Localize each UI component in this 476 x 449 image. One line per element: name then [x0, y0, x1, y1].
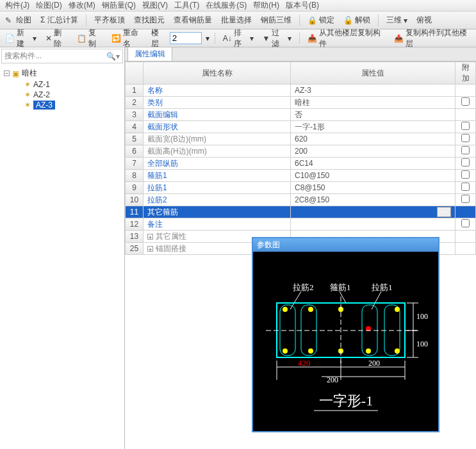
add-checkbox[interactable]: [461, 170, 470, 179]
sum-button[interactable]: Σ 汇总计算: [38, 13, 81, 27]
new-button[interactable]: 📄新建 ▾: [3, 26, 39, 51]
property-add[interactable]: [455, 206, 476, 218]
table-row[interactable]: 8箍筋1C10@150: [126, 170, 476, 182]
property-add[interactable]: [455, 194, 476, 206]
property-add[interactable]: [455, 182, 476, 194]
property-add[interactable]: [455, 133, 476, 145]
property-name: 类别: [144, 97, 291, 109]
sort-button[interactable]: A↓排序 ▾: [220, 26, 256, 51]
table-row[interactable]: 4截面形状一字-1形: [126, 121, 476, 133]
menu-item[interactable]: 在线服务(S): [203, 0, 249, 11]
copy-button[interactable]: 📋复制: [74, 26, 105, 51]
property-value[interactable]: [291, 218, 455, 231]
svg-point-16: [283, 348, 288, 354]
property-add[interactable]: [455, 170, 476, 182]
table-row[interactable]: 11其它箍筋⋯: [126, 206, 476, 218]
property-add[interactable]: [455, 218, 476, 231]
property-add[interactable]: [455, 109, 476, 121]
property-add[interactable]: [455, 85, 476, 97]
property-value[interactable]: ⋯: [291, 206, 455, 218]
property-value[interactable]: 暗柱: [291, 97, 455, 109]
lock-button[interactable]: 🔒锁定: [305, 13, 337, 27]
table-row[interactable]: 10拉筋22C8@150: [126, 194, 476, 206]
add-checkbox[interactable]: [461, 134, 470, 142]
expand-icon[interactable]: +: [147, 246, 153, 252]
property-name: 拉筋2: [144, 194, 291, 206]
menu-item[interactable]: 修改(M): [66, 0, 98, 11]
property-value[interactable]: AZ-3: [291, 85, 455, 97]
add-checkbox[interactable]: [461, 183, 470, 191]
menu-item[interactable]: 视图(V): [140, 0, 170, 11]
copy-from-floor-button[interactable]: 📥从其他楼层复制构件: [305, 26, 387, 51]
add-checkbox[interactable]: [461, 219, 470, 227]
add-checkbox[interactable]: [461, 195, 470, 203]
property-value[interactable]: 200: [291, 145, 455, 158]
rebar-3d-button[interactable]: 钢筋三维: [258, 13, 294, 27]
add-checkbox[interactable]: [461, 146, 470, 154]
property-add[interactable]: [455, 145, 476, 158]
svg-point-11: [283, 307, 288, 312]
unlock-button[interactable]: 🔓解锁: [341, 13, 373, 27]
top-view-button[interactable]: 俯视: [414, 13, 434, 27]
svg-line-3: [290, 291, 301, 309]
search-input[interactable]: 搜索构件... 🔍▾: [1, 49, 123, 63]
property-name: 全部纵筋: [144, 158, 291, 170]
table-row[interactable]: 12备注: [126, 218, 476, 231]
batch-select-button[interactable]: 批量选择: [218, 13, 254, 27]
right-panel: 属性编辑 属性名称 属性值 附加 1名称AZ-32类别暗柱3截面编辑否4截面形状…: [125, 47, 476, 449]
property-add[interactable]: [455, 243, 476, 255]
tree-item[interactable]: ✶AZ-2: [23, 90, 122, 100]
table-row[interactable]: 2类别暗柱: [126, 97, 476, 109]
filter-button[interactable]: ▼过滤 ▾: [260, 26, 295, 51]
find-element-button[interactable]: 查找图元: [131, 13, 167, 27]
tab-property-edit[interactable]: 属性编辑: [127, 47, 172, 61]
menu-item[interactable]: 钢筋量(Q): [99, 0, 138, 11]
ellipsis-button[interactable]: ⋯: [437, 207, 451, 217]
draw-button[interactable]: ✎绘图: [3, 13, 34, 27]
menu-item[interactable]: 构件(J): [3, 0, 32, 11]
property-value[interactable]: C10@150: [291, 170, 455, 182]
property-value[interactable]: 6C14: [291, 158, 455, 170]
delete-button[interactable]: ✕删除: [43, 26, 70, 51]
diagram-window[interactable]: 参数图 拉筋2 箍筋1 拉筋1: [252, 237, 439, 432]
expand-icon[interactable]: +: [147, 234, 153, 240]
menu-item[interactable]: 版本号(B): [283, 0, 322, 11]
align-top-button[interactable]: 平齐板顶: [92, 13, 127, 27]
property-name: 截面形状: [144, 121, 291, 133]
property-add[interactable]: [455, 97, 476, 109]
view-3d-button[interactable]: 三维 ▾: [384, 13, 410, 27]
property-value[interactable]: 一字-1形: [291, 121, 455, 133]
view-rebar-button[interactable]: 查看钢筋量: [171, 13, 215, 27]
property-value[interactable]: C8@150: [291, 182, 455, 194]
tree-root[interactable]: − ▣ 暗柱: [3, 67, 122, 79]
add-checkbox[interactable]: [461, 122, 470, 130]
collapse-icon[interactable]: −: [4, 70, 10, 76]
table-row[interactable]: 6截面高(H边)(mm)200: [126, 145, 476, 158]
menu-item[interactable]: 帮助(H): [250, 0, 282, 11]
property-value[interactable]: 否: [291, 109, 455, 121]
property-value[interactable]: 620: [291, 133, 455, 145]
header-add: 附加: [455, 62, 476, 85]
table-row[interactable]: 7全部纵筋6C14: [126, 158, 476, 170]
left-panel: 搜索构件... 🔍▾ − ▣ 暗柱 ✶AZ-1✶AZ-2✶AZ-3: [0, 47, 125, 449]
table-row[interactable]: 9拉筋1C8@150: [126, 182, 476, 194]
menu-item[interactable]: 绘图(D): [33, 0, 65, 11]
copy-to-floor-button[interactable]: 📤复制构件到其他楼层: [391, 26, 473, 51]
property-value[interactable]: 2C8@150: [291, 194, 455, 206]
tree-item[interactable]: ✶AZ-3: [23, 100, 122, 110]
menu-item[interactable]: 工具(T): [172, 0, 202, 11]
property-add[interactable]: [455, 158, 476, 170]
add-checkbox[interactable]: [461, 158, 470, 167]
table-row[interactable]: 1名称AZ-3: [126, 85, 476, 97]
add-checkbox[interactable]: [461, 97, 470, 106]
property-add[interactable]: [455, 231, 476, 243]
row-number: 7: [126, 158, 144, 170]
tree-item[interactable]: ✶AZ-1: [23, 79, 122, 90]
property-add[interactable]: [455, 121, 476, 133]
table-row[interactable]: 3截面编辑否: [126, 109, 476, 121]
property-name: 名称: [144, 85, 291, 97]
svg-point-12: [308, 307, 313, 312]
floor-input[interactable]: [170, 32, 202, 44]
table-row[interactable]: 5截面宽(B边)(mm)620: [126, 133, 476, 145]
component-icon: ✶: [24, 80, 31, 89]
